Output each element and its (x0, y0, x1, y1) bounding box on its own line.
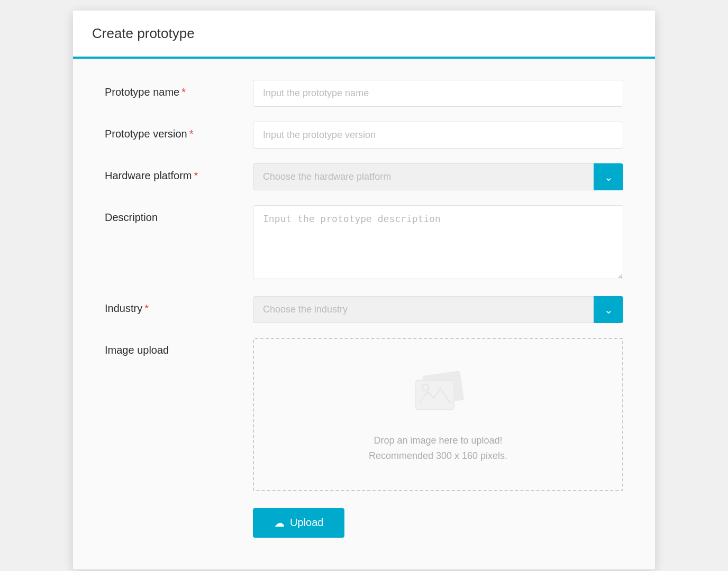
required-star: * (189, 128, 194, 140)
industry-row: Industry* Choose the industry ⌄ (105, 296, 623, 323)
upload-button-row: ☁ Upload (105, 508, 623, 538)
prototype-version-label: Prototype version* (105, 122, 253, 140)
required-star: * (181, 86, 186, 98)
hardware-platform-dropdown-btn[interactable]: ⌄ (594, 163, 623, 190)
hardware-platform-row: Hardware platform* Choose the hardware p… (105, 163, 623, 190)
prototype-version-input[interactable] (253, 122, 623, 149)
image-upload-row: Image upload (105, 338, 623, 491)
upload-button[interactable]: ☁ Upload (253, 508, 344, 538)
prototype-version-row: Prototype version* (105, 122, 623, 149)
industry-wrapper: Choose the industry ⌄ (253, 296, 623, 323)
prototype-name-label: Prototype name* (105, 80, 253, 98)
image-upload-wrapper: Drop an image here to upload! Recommende… (253, 338, 623, 491)
prototype-name-wrapper (253, 80, 623, 107)
required-star: * (144, 302, 149, 314)
modal-header: Create prototype (73, 11, 655, 59)
industry-dropdown-btn[interactable]: ⌄ (594, 296, 623, 323)
hardware-platform-label: Hardware platform* (105, 163, 253, 182)
description-textarea[interactable] (253, 205, 623, 279)
create-prototype-modal: Create prototype Prototype name* Prototy… (73, 11, 655, 569)
hardware-platform-wrapper: Choose the hardware platform ⌄ (253, 163, 623, 190)
hardware-platform-select[interactable]: Choose the hardware platform ⌄ (253, 163, 623, 190)
chevron-down-icon: ⌄ (604, 303, 613, 316)
svg-rect-1 (416, 380, 454, 410)
hardware-platform-display: Choose the hardware platform (253, 163, 594, 190)
prototype-name-row: Prototype name* (105, 80, 623, 107)
upload-icon (406, 365, 470, 420)
industry-display: Choose the industry (253, 296, 594, 323)
chevron-down-icon: ⌄ (604, 171, 613, 183)
industry-label: Industry* (105, 296, 253, 315)
modal-body: Prototype name* Prototype version* Hardw… (73, 59, 655, 569)
cloud-upload-icon: ☁ (274, 517, 285, 529)
required-star: * (194, 170, 198, 181)
image-upload-label: Image upload (105, 338, 253, 356)
prototype-name-input[interactable] (253, 80, 623, 107)
modal-title: Create prototype (92, 25, 636, 42)
prototype-version-wrapper (253, 122, 623, 149)
upload-dropzone[interactable]: Drop an image here to upload! Recommende… (253, 338, 623, 491)
upload-hint: Drop an image here to upload! Recommende… (369, 433, 507, 464)
industry-select[interactable]: Choose the industry ⌄ (253, 296, 623, 323)
description-label: Description (105, 205, 253, 224)
description-wrapper (253, 205, 623, 281)
description-row: Description (105, 205, 623, 281)
